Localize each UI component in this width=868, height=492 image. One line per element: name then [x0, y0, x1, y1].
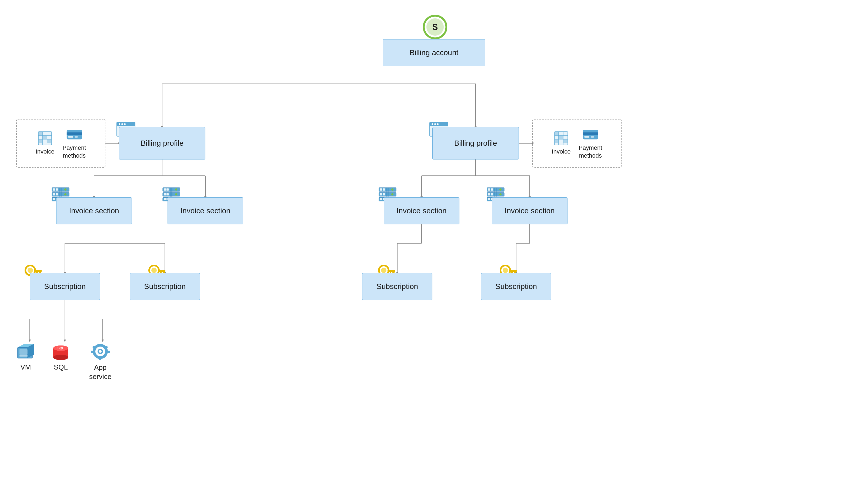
invoice-section-2-node: Invoice section: [168, 197, 243, 224]
svg-rect-186: [99, 358, 101, 360]
svg-rect-81: [75, 136, 78, 138]
app-service-label: Appservice: [89, 363, 111, 382]
svg-point-56: [124, 123, 126, 125]
svg-rect-90: [563, 140, 567, 143]
svg-point-63: [434, 123, 436, 125]
invoice-right-label: Invoice: [552, 148, 571, 156]
svg-rect-76: [47, 140, 51, 143]
svg-text:SQL: SQL: [57, 346, 64, 350]
svg-rect-126: [383, 189, 385, 191]
svg-rect-74: [39, 132, 42, 135]
payment-right-label: Paymentmethods: [579, 144, 602, 159]
svg-rect-88: [555, 132, 558, 135]
svg-rect-176: [20, 349, 28, 355]
svg-rect-79: [67, 132, 82, 135]
svg-marker-41: [64, 340, 66, 342]
svg-rect-139: [488, 189, 490, 191]
svg-rect-99: [64, 189, 67, 191]
payment-left: Paymentmethods: [62, 127, 86, 159]
svg-rect-98: [56, 189, 58, 191]
svg-rect-129: [380, 193, 382, 195]
svg-rect-105: [53, 198, 55, 200]
invoice-section-3-node: Invoice section: [384, 197, 459, 224]
svg-rect-119: [164, 198, 166, 200]
svg-rect-117: [175, 193, 177, 195]
dashed-box-left: Invoice Paymentmethods: [16, 119, 105, 168]
invoice-icon-right: [553, 131, 569, 146]
svg-point-168: [503, 268, 508, 273]
svg-text:$: $: [433, 22, 438, 32]
invoice-icon-left: [37, 131, 53, 146]
svg-point-158: [151, 268, 157, 273]
svg-rect-164: [387, 270, 395, 272]
invoice-right: Invoice: [552, 131, 571, 156]
svg-rect-185: [99, 344, 101, 347]
diagram-container: $ Billing account $ Billing profile: [0, 0, 868, 492]
svg-rect-130: [383, 193, 385, 195]
svg-rect-169: [509, 270, 517, 272]
sql-label: SQL: [54, 363, 68, 371]
subscription-2-node: Subscription: [130, 273, 200, 300]
svg-rect-102: [56, 193, 58, 195]
svg-point-163: [381, 268, 386, 273]
svg-rect-127: [391, 189, 393, 191]
svg-rect-116: [167, 193, 169, 195]
vm-resource: VM: [16, 343, 35, 371]
billing-account-label: Billing account: [410, 48, 459, 57]
svg-rect-144: [491, 193, 493, 195]
svg-rect-140: [491, 189, 493, 191]
svg-rect-112: [167, 189, 169, 191]
billing-account-node: Billing account: [383, 39, 485, 66]
svg-rect-101: [53, 193, 55, 195]
billing-account-icon: $: [423, 15, 447, 39]
svg-point-153: [28, 268, 33, 273]
svg-rect-177: [20, 355, 28, 356]
svg-marker-39: [29, 340, 31, 342]
svg-rect-141: [500, 189, 502, 191]
svg-rect-89: [559, 136, 563, 139]
svg-rect-115: [164, 193, 166, 195]
svg-rect-80: [68, 136, 73, 138]
billing-profile-left-node: Billing profile: [119, 127, 205, 159]
svg-point-62: [432, 123, 433, 125]
invoice-section-4-node: Invoice section: [492, 197, 567, 224]
svg-rect-103: [64, 193, 67, 195]
svg-rect-147: [488, 198, 490, 200]
svg-rect-131: [391, 193, 393, 195]
invoice-section-4-label: Invoice section: [505, 206, 555, 216]
invoice-section-2-label: Invoice section: [180, 206, 230, 216]
svg-rect-143: [488, 193, 490, 195]
payment-icon-right: [582, 127, 598, 142]
subscription-1-label: Subscription: [44, 282, 86, 291]
invoice-left: Invoice: [36, 131, 55, 156]
svg-marker-44: [102, 340, 104, 342]
svg-rect-75: [43, 136, 47, 139]
subscription-2-label: Subscription: [144, 282, 186, 291]
svg-point-192: [99, 350, 102, 353]
billing-profile-right-node: Billing profile: [432, 127, 519, 159]
svg-rect-111: [164, 189, 166, 191]
svg-point-54: [119, 123, 120, 125]
svg-point-64: [437, 123, 439, 125]
svg-rect-95: [591, 136, 594, 138]
svg-rect-188: [107, 351, 110, 353]
billing-profile-left-label: Billing profile: [141, 139, 184, 148]
svg-rect-125: [380, 189, 382, 191]
subscription-1-node: Subscription: [30, 273, 100, 300]
svg-rect-97: [53, 189, 55, 191]
app-service-resource: Appservice: [89, 343, 111, 382]
svg-point-180: [53, 355, 68, 360]
svg-rect-93: [583, 132, 598, 135]
subscription-3-label: Subscription: [377, 282, 418, 291]
billing-profile-right-label: Billing profile: [454, 139, 497, 148]
subscription-3-node: Subscription: [362, 273, 432, 300]
svg-rect-154: [34, 270, 42, 272]
subscription-4-node: Subscription: [481, 273, 551, 300]
invoice-section-1-label: Invoice section: [69, 206, 119, 216]
svg-rect-94: [584, 136, 589, 138]
svg-rect-113: [175, 189, 177, 191]
svg-rect-91: [555, 140, 558, 143]
subscription-4-label: Subscription: [495, 282, 537, 291]
invoice-left-label: Invoice: [36, 148, 55, 156]
svg-rect-145: [500, 193, 502, 195]
